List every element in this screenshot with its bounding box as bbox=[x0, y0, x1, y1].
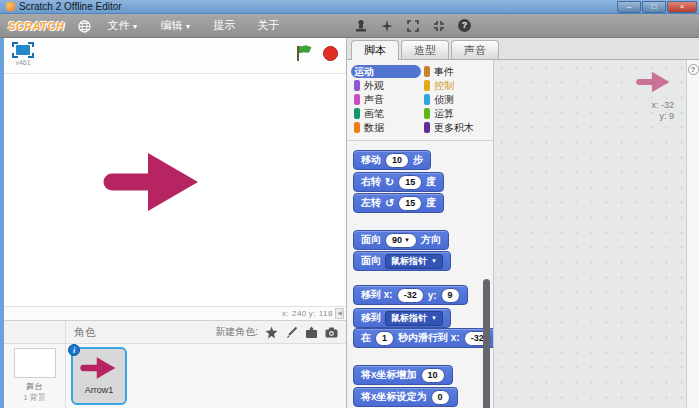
block-move-steps[interactable]: 移动 10 步 bbox=[353, 150, 431, 170]
category-operators[interactable]: 运算 bbox=[421, 107, 491, 120]
sprite-thumbnail-arrow bbox=[79, 353, 119, 383]
window-titlebar[interactable]: Scratch 2 Offline Editor – □ × bbox=[0, 0, 699, 14]
chevron-down-icon: ▼ bbox=[184, 23, 191, 30]
help-strip: ? bbox=[686, 60, 699, 408]
sprite-library-icon[interactable] bbox=[265, 326, 278, 339]
green-flag-icon[interactable] bbox=[295, 44, 313, 62]
block-help-icon[interactable]: ? bbox=[458, 19, 471, 32]
category-control[interactable]: 控制 bbox=[421, 79, 491, 92]
menu-item-tips[interactable]: 提示 bbox=[207, 16, 241, 35]
sprite-preview-arrow bbox=[634, 68, 674, 96]
block-set-x[interactable]: 将x坐标设定为 0 bbox=[353, 387, 458, 407]
category-color-chip bbox=[354, 80, 360, 91]
number-input[interactable]: -32 bbox=[397, 288, 424, 303]
number-input[interactable]: 9 bbox=[441, 288, 460, 303]
stage-thumbnail-cell[interactable]: 舞台 1 背景 bbox=[4, 344, 66, 408]
category-list: 运动 事件 外观 控制 声音 侦测 画笔 运算 数据 更多积木 bbox=[347, 60, 493, 138]
chevron-down-icon: ▼ bbox=[131, 23, 138, 30]
app-icon bbox=[6, 2, 15, 11]
menu-item-edit[interactable]: 编辑▼ bbox=[154, 16, 197, 35]
language-globe-icon[interactable] bbox=[78, 19, 91, 32]
category-more-blocks[interactable]: 更多积木 bbox=[421, 121, 491, 134]
minimize-button[interactable]: – bbox=[617, 1, 641, 13]
direction-dropdown[interactable]: 90▼ bbox=[385, 233, 417, 248]
delete-scissors-icon[interactable] bbox=[380, 19, 394, 33]
block-change-x[interactable]: 将x坐标增加 10 bbox=[353, 365, 453, 385]
stage-canvas[interactable] bbox=[4, 74, 346, 306]
rotate-cw-icon: ↻ bbox=[385, 177, 394, 188]
toolbar: ? bbox=[354, 19, 471, 33]
category-data[interactable]: 数据 bbox=[351, 121, 421, 134]
scripts-canvas[interactable]: x: -32 y: 9 bbox=[494, 60, 686, 408]
number-input[interactable]: 0 bbox=[431, 390, 450, 405]
category-events[interactable]: 事件 bbox=[421, 65, 491, 78]
sprite-card-arrow1[interactable]: i Arrow1 bbox=[71, 347, 127, 405]
stage-thumbnail[interactable] bbox=[14, 348, 56, 378]
category-color-chip bbox=[424, 80, 430, 91]
close-button[interactable]: × bbox=[667, 1, 697, 13]
new-sprite-label: 新建角色: bbox=[215, 325, 258, 339]
sprite-position-readout: x: -32 y: 9 bbox=[651, 100, 674, 122]
palette-scrollbar[interactable] bbox=[483, 279, 490, 408]
backdrop-count-label: 1 背景 bbox=[23, 392, 46, 403]
tab-scripts[interactable]: 脚本 bbox=[351, 40, 399, 60]
help-icon[interactable]: ? bbox=[688, 64, 699, 75]
block-point-direction[interactable]: 面向 90▼ 方向 bbox=[353, 230, 449, 250]
presentation-mode-icon[interactable] bbox=[12, 42, 34, 58]
number-input[interactable]: 15 bbox=[398, 196, 422, 211]
target-dropdown[interactable]: 鼠标指针▼ bbox=[385, 254, 443, 269]
target-dropdown[interactable]: 鼠标指针▼ bbox=[385, 311, 443, 326]
stage-footer: x: 240 y: 118 ◀ bbox=[4, 306, 346, 320]
shrink-sprite-icon[interactable] bbox=[432, 19, 446, 33]
menu-item-about[interactable]: 关于 bbox=[251, 16, 285, 35]
editor-tabs: 脚本 造型 声音 bbox=[347, 38, 699, 60]
block-turn-right[interactable]: 右转 ↻ 15 度 bbox=[353, 172, 444, 192]
sprite-name-label: Arrow1 bbox=[85, 385, 114, 395]
sprites-header-label: 角色 bbox=[66, 325, 215, 340]
dropdown-arrow-icon: ▼ bbox=[431, 256, 437, 267]
stage-pane: v461 x: 240 y: 118 ◀ bbox=[0, 38, 346, 408]
block-goto-target[interactable]: 移到 鼠标指针▼ bbox=[353, 308, 451, 328]
editor-pane: 脚本 造型 声音 运动 事件 外观 控制 声音 侦测 画笔 运算 数据 bbox=[346, 38, 699, 408]
duplicate-stamp-icon[interactable] bbox=[354, 19, 368, 33]
tab-costumes[interactable]: 造型 bbox=[401, 40, 449, 59]
block-palette: 运动 事件 外观 控制 声音 侦测 画笔 运算 数据 更多积木 bbox=[347, 60, 494, 408]
sprite-y-readout: y: 9 bbox=[651, 111, 674, 122]
sprite-info-icon[interactable]: i bbox=[68, 344, 80, 356]
number-input[interactable]: 10 bbox=[421, 368, 445, 383]
block-turn-left[interactable]: 左转 ↺ 15 度 bbox=[353, 193, 444, 213]
upload-sprite-icon[interactable] bbox=[305, 326, 318, 339]
category-color-chip bbox=[354, 122, 360, 133]
category-sensing[interactable]: 侦测 bbox=[421, 93, 491, 106]
mouse-x-readout: x: 240 bbox=[282, 309, 307, 318]
pane-resize-handle[interactable]: ◀ bbox=[335, 308, 344, 319]
number-input[interactable]: 10 bbox=[385, 153, 409, 168]
mouse-y-readout: y: 118 bbox=[309, 309, 333, 318]
dropdown-arrow-icon: ▼ bbox=[404, 235, 410, 246]
category-sound[interactable]: 声音 bbox=[351, 93, 421, 106]
blocks-area: 移动 10 步 右转 ↻ 15 度 左转 ↺ bbox=[347, 141, 493, 408]
category-looks[interactable]: 外观 bbox=[351, 79, 421, 92]
paintbrush-icon[interactable] bbox=[285, 326, 298, 339]
menu-item-file[interactable]: 文件▼ bbox=[101, 16, 144, 35]
menubar: SCRATCH 文件▼ 编辑▼ 提示 关于 ? bbox=[0, 14, 699, 38]
stage-column-header bbox=[4, 321, 66, 343]
number-input[interactable]: 1 bbox=[375, 331, 394, 346]
block-goto-xy[interactable]: 移到 x: -32 y: 9 bbox=[353, 285, 468, 305]
category-color-chip bbox=[424, 108, 430, 119]
tab-sounds[interactable]: 声音 bbox=[451, 40, 499, 59]
category-pen[interactable]: 画笔 bbox=[351, 107, 421, 120]
maximize-button[interactable]: □ bbox=[642, 1, 666, 13]
stage-arrow-sprite[interactable] bbox=[100, 142, 208, 222]
camera-icon[interactable] bbox=[325, 326, 338, 339]
new-sprite-controls: 新建角色: bbox=[215, 325, 346, 339]
dropdown-arrow-icon: ▼ bbox=[431, 313, 437, 324]
stop-button-icon[interactable] bbox=[323, 46, 338, 61]
category-motion[interactable]: 运动 bbox=[351, 65, 421, 78]
block-point-towards[interactable]: 面向 鼠标指针▼ bbox=[353, 251, 451, 271]
version-label: v461 bbox=[15, 59, 30, 66]
rotate-ccw-icon: ↺ bbox=[385, 198, 394, 209]
grow-sprite-icon[interactable] bbox=[406, 19, 420, 33]
number-input[interactable]: 15 bbox=[398, 175, 422, 190]
block-glide-to-xy[interactable]: 在 1 秒内滑行到 x: -32 y: 9 bbox=[353, 328, 494, 348]
